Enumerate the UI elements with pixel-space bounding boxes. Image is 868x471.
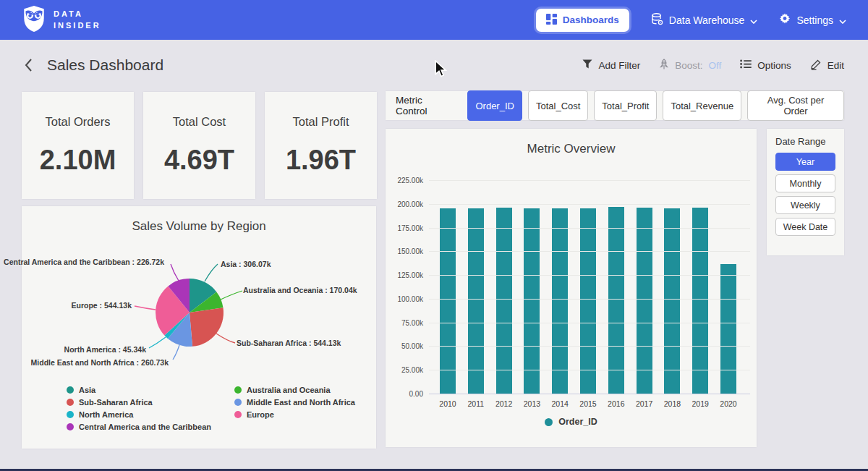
- bar-plot-area: [429, 180, 750, 394]
- page-header: Sales Dashboard Add Filter Boost: Off: [0, 40, 868, 90]
- dashboards-grid-icon: [546, 14, 557, 27]
- bar-chart-card: Metric Overview Order_ID 225.00k200.00k1…: [386, 129, 757, 447]
- brand[interactable]: DATA INSIDER: [22, 5, 101, 35]
- metric-option-total-cost[interactable]: Total_Cost: [528, 90, 588, 121]
- add-filter-button[interactable]: Add Filter: [582, 59, 640, 71]
- gridline: [429, 180, 750, 181]
- boost-toggle[interactable]: Boost: Off: [659, 59, 721, 72]
- date-range-option-monthly[interactable]: Monthly: [775, 174, 835, 192]
- x-axis-tick: 2019: [686, 399, 715, 408]
- rocket-icon: [659, 59, 669, 72]
- metric-option-avg-cost-per-order[interactable]: Avg. Cost per Order: [747, 90, 844, 121]
- legend-label: Central America and the Caribbean: [79, 423, 211, 431]
- legend-dot: [234, 399, 242, 406]
- bar-2011: [468, 208, 484, 394]
- pie-callout-europe: Europe : 544.13k: [72, 301, 132, 310]
- pie-leader-line: [135, 306, 156, 310]
- y-axis-tick: 200.00k: [387, 200, 423, 208]
- x-axis-tick: 2013: [517, 399, 546, 408]
- gridline: [429, 228, 750, 229]
- nav-item-data-warehouse[interactable]: Data Warehouse: [651, 13, 758, 27]
- legend-label: North America: [79, 410, 133, 419]
- pie-leader-line: [216, 334, 235, 343]
- bar-2012: [496, 208, 512, 394]
- legend-dot: [67, 423, 74, 430]
- metric-control-bar: Metric Control Order_IDTotal_CostTotal_P…: [386, 91, 844, 120]
- bar-chart-legend[interactable]: Order_ID: [386, 417, 757, 427]
- y-axis-tick: 50.00k: [387, 342, 423, 350]
- pie-leader-line: [149, 337, 166, 348]
- pie-callout-australia-oceania: Australia and Oceania : 170.04k: [243, 286, 357, 294]
- metric-option-order-id[interactable]: Order_ID: [467, 90, 522, 121]
- pie-leader-line: [205, 264, 218, 281]
- legend-label: Australia and Oceania: [247, 386, 331, 394]
- legend-label: Europe: [247, 410, 274, 419]
- pencil-icon: [810, 59, 822, 72]
- pie-callout-north-america: North America : 45.34k: [64, 345, 146, 354]
- owl-logo-icon: [22, 5, 46, 35]
- pie-leader-line: [221, 291, 242, 300]
- list-icon: [740, 59, 752, 71]
- x-axis-tick: 2016: [602, 399, 631, 408]
- chevron-down-icon: [750, 14, 757, 26]
- legend-item-middle-east-and-north-africa[interactable]: Middle East and North Africa: [234, 398, 355, 407]
- x-axis-tick: 2010: [433, 399, 462, 408]
- edit-button[interactable]: Edit: [810, 59, 844, 72]
- x-axis-tick: 2015: [574, 399, 603, 408]
- metric-option-total-profit[interactable]: Total_Profit: [594, 90, 657, 121]
- pie-callout-middle-east-north-africa: Middle East and North Africa : 260.73k: [31, 358, 169, 367]
- y-axis-tick: 75.00k: [387, 319, 423, 327]
- legend-item-north-america[interactable]: North America: [67, 410, 211, 419]
- bar-2018: [664, 208, 680, 394]
- kpi-card-total-profit: Total Profit 1.96T: [265, 92, 377, 199]
- kpi-label: Total Orders: [46, 115, 111, 129]
- legend-item-sub-saharan-africa[interactable]: Sub-Saharan Africa: [67, 398, 211, 407]
- pie-leader-line: [173, 345, 179, 360]
- kpi-value: 1.96T: [286, 145, 356, 176]
- legend-item-europe[interactable]: Europe: [234, 410, 355, 419]
- date-range-option-week-date[interactable]: Week Date: [775, 218, 835, 236]
- metric-option-total-revenue[interactable]: Total_Revenue: [663, 90, 741, 121]
- date-range-label: Date Range: [775, 136, 835, 147]
- date-range-option-year[interactable]: Year: [775, 153, 835, 171]
- x-axis-tick: 2017: [630, 399, 659, 408]
- legend-label: Sub-Saharan Africa: [79, 398, 153, 407]
- kpi-value: 4.69T: [164, 145, 234, 176]
- legend-item-asia[interactable]: Asia: [67, 386, 211, 394]
- pie-slice-sub-saharan-africa: [190, 307, 224, 347]
- gridline: [429, 370, 750, 370]
- gridline: [429, 275, 750, 276]
- legend-item-central-america-and-the-caribbean[interactable]: Central America and the Caribbean: [67, 423, 211, 431]
- options-button[interactable]: Options: [740, 59, 791, 71]
- bar-2015: [580, 208, 596, 394]
- gridline: [429, 346, 750, 347]
- legend-item-australia-and-oceania[interactable]: Australia and Oceania: [234, 386, 355, 394]
- kpi-value: 2.10M: [40, 145, 116, 176]
- bar-2010: [440, 208, 456, 394]
- pie-legend: AsiaSub-Saharan AfricaNorth AmericaCentr…: [67, 386, 355, 431]
- metric-control-label: Metric Control: [396, 95, 456, 116]
- brand-text: DATA INSIDER: [54, 9, 101, 32]
- chevron-down-icon: [839, 14, 846, 26]
- gridline: [429, 394, 750, 394]
- nav-item-settings[interactable]: Settings: [779, 13, 846, 27]
- x-axis-tick: 2018: [658, 399, 686, 408]
- y-axis-tick: 175.00k: [387, 224, 423, 232]
- kpi-card-total-orders: Total Orders 2.10M: [22, 92, 134, 199]
- bar-2017: [637, 208, 652, 394]
- legend-label: Asia: [79, 386, 95, 394]
- pie-chart-card: Sales Volume by Region Asia : 306.07k Au…: [22, 206, 376, 449]
- legend-dot: [234, 411, 242, 418]
- pie-callout-central-america-caribbean: Central America and the Caribbean : 226.…: [4, 258, 164, 266]
- y-axis-tick: 100.00k: [387, 295, 423, 303]
- date-range-panel: Date Range YearMonthlyWeeklyWeek Date: [767, 129, 844, 255]
- dashboards-button[interactable]: Dashboards: [536, 9, 629, 32]
- x-axis-tick: 2012: [490, 399, 519, 408]
- y-axis-tick: 125.00k: [387, 271, 423, 279]
- x-axis-tick: 2014: [545, 399, 574, 408]
- date-range-option-weekly[interactable]: Weekly: [775, 196, 835, 214]
- legend-dot: [67, 386, 74, 394]
- back-button[interactable]: [24, 58, 33, 72]
- bar-2016: [608, 207, 624, 394]
- kpi-label: Total Cost: [173, 115, 226, 129]
